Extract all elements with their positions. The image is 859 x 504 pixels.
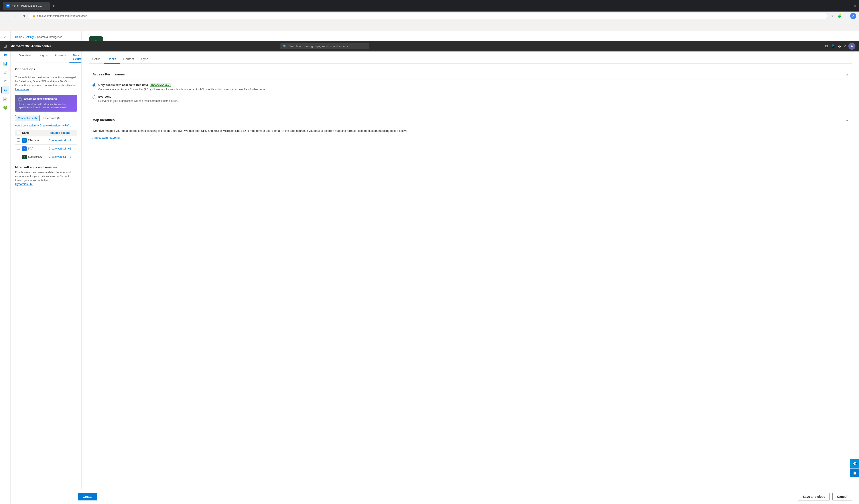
create-button[interactable]: Create	[78, 493, 97, 501]
refresh-action[interactable]: ↻ Refr...	[62, 124, 72, 127]
everyone-radio[interactable]	[92, 95, 96, 99]
tab-setup[interactable]: Setup	[89, 55, 104, 64]
sidebar-item-analytics[interactable]: 📊	[1, 59, 9, 67]
sidebar-item-more[interactable]: ···	[1, 113, 9, 121]
acl-label[interactable]: Only people with access to this data REC…	[98, 83, 266, 87]
add-icon: +	[15, 124, 17, 127]
tab-close-button[interactable]: ✕	[44, 5, 46, 7]
tab-extensions-count[interactable]: Extensions (0)	[41, 115, 63, 121]
dynamics-link[interactable]: Dynamics 365	[15, 182, 33, 186]
floating-action-1[interactable]: 💬	[850, 459, 859, 468]
create-ext-icon: +	[37, 124, 39, 127]
sap-checkbox[interactable]	[17, 147, 20, 150]
reload-button[interactable]: ↻	[20, 13, 27, 19]
learn-more-link[interactable]: Learn more	[15, 88, 29, 91]
tab-answers[interactable]: Answers	[51, 52, 70, 63]
connections-title: Connections	[15, 67, 35, 71]
right-panel: ServiceNow Knowledge Setup Users Content…	[82, 31, 859, 504]
tab-datasources[interactable]: Data sources	[70, 52, 82, 63]
add-custom-mapping-link[interactable]: Add custom mapping	[92, 136, 120, 139]
tab-users[interactable]: Users	[104, 55, 120, 64]
sidebar-item-reports[interactable]: 📈	[1, 95, 9, 103]
map-identities-header[interactable]: Map Identities ∧	[89, 115, 852, 125]
tab-title: Home - Microsoft 365 admin center	[12, 4, 43, 7]
tab-insights[interactable]: Insights	[34, 52, 51, 63]
servicenow-action[interactable]: Create vertical | +2	[49, 155, 75, 158]
access-permissions-block: Access Permissions ∧ Only people with ac…	[89, 69, 852, 110]
sap-name-col: ☁ SAP	[22, 147, 49, 151]
bookmark-button[interactable]: ☆	[830, 13, 835, 19]
maximize-button[interactable]: □	[850, 4, 852, 7]
tab-content[interactable]: Content	[120, 55, 138, 64]
fileshare-checkbox[interactable]	[17, 138, 20, 141]
table-row: ◎ ServiceNow Create vertical | +2	[15, 153, 77, 161]
tab-overview[interactable]: Overview	[15, 52, 34, 63]
map-identities-chevron: ∧	[846, 118, 848, 122]
breadcrumb-home[interactable]: Home	[15, 35, 22, 39]
acl-description: Only users in your Access Control List (…	[98, 87, 266, 91]
extensions-button[interactable]: 🧩	[836, 13, 843, 19]
map-identities-desc: We have mapped your data source identiti…	[92, 129, 848, 133]
floating-action-2[interactable]: 📋	[850, 469, 859, 477]
servicenow-checkbox[interactable]	[17, 155, 20, 158]
help-icon[interactable]: ?	[844, 44, 846, 48]
breadcrumb: Home › Settings › Search & intelligence	[15, 35, 77, 39]
connections-table: Name Required actions 🌐 Fileshare Create…	[15, 130, 77, 161]
ms-apps-title: Microsoft apps and services	[15, 166, 77, 169]
acl-radio[interactable]	[92, 83, 96, 87]
create-copilot-banner[interactable]: ✦ Create Copilot extensions Elevate work…	[15, 95, 77, 111]
close-window-button[interactable]: ✕	[854, 4, 856, 7]
tab-connections-count[interactable]: Connections (3)	[15, 115, 40, 121]
tab-sync[interactable]: Sync	[138, 55, 152, 64]
fileshare-action[interactable]: Create vertical | +2	[49, 139, 75, 142]
access-permissions-header[interactable]: Access Permissions ∧	[89, 69, 852, 79]
user-avatar[interactable]: A	[848, 43, 856, 50]
right-panel-tabs: Setup Users Content Sync	[89, 55, 852, 64]
ms-apps-section: Microsoft apps and services Enable searc…	[15, 166, 77, 186]
sidebar-item-groups[interactable]: 👥	[1, 50, 9, 59]
waffle-icon[interactable]: ⊞	[3, 44, 7, 49]
app-topbar: ⊞ Microsoft 365 Admin center 🔍 🖥 📱 ⚙ ? A	[0, 41, 859, 51]
ms-apps-desc: Enable search and search-related feature…	[15, 170, 77, 182]
connections-section: Connections You can build and customize …	[15, 67, 77, 161]
mobile-icon[interactable]: 📱	[831, 44, 835, 48]
address-bar[interactable]: 🔒 https://admin.microsoft.com/#/datasour…	[29, 13, 828, 19]
tabs-container: M Home - Microsoft 365 admin center ✕ +	[3, 2, 844, 10]
global-search-bar[interactable]: 🔍	[281, 43, 369, 49]
sidebar-item-settings[interactable]: ⚙	[1, 86, 9, 94]
floating-icon-2: 📋	[853, 471, 857, 475]
global-search-input[interactable]	[288, 45, 366, 48]
sidebar-item-billing[interactable]: 🧾	[1, 68, 9, 76]
breadcrumb-sep1: ›	[23, 35, 24, 39]
monitor-icon[interactable]: 🖥	[825, 44, 828, 48]
copilot-banner-desc: Elevate workflows with additional knowle…	[18, 103, 74, 109]
fileshare-name-col: 🌐 Fileshare	[22, 138, 49, 143]
add-connection-action[interactable]: + Add connection	[15, 124, 36, 127]
connection-actions: + Add connection + Create extension ↻ Re…	[15, 124, 77, 127]
back-button[interactable]: ←	[3, 13, 10, 19]
browser-profile[interactable]: A	[850, 13, 856, 19]
settings-icon[interactable]: ⚙	[838, 44, 841, 48]
more-button[interactable]: ⋮	[843, 13, 849, 19]
select-all-checkbox[interactable]	[17, 131, 20, 134]
fileshare-icon: 🌐	[22, 138, 27, 143]
content-area: ⌂ 👤 👥 📊 🧾 🛡 ⚙ 📈 💚 ··· Home › Settings › …	[0, 31, 859, 504]
breadcrumb-settings[interactable]: Settings	[25, 35, 34, 39]
forward-button[interactable]: →	[12, 13, 19, 19]
acl-option: Only people with access to this data REC…	[92, 83, 848, 91]
create-extension-action[interactable]: + Create extension	[37, 124, 60, 127]
sidebar-item-health[interactable]: 💚	[1, 104, 9, 112]
sap-action[interactable]: Create vertical | +2	[49, 147, 75, 150]
save-close-button[interactable]: Save and close	[798, 493, 830, 501]
browser-nav-bar: ← → ↻ 🔒 https://admin.microsoft.com/#/da…	[0, 12, 859, 20]
new-tab-button[interactable]: +	[50, 3, 57, 9]
everyone-label[interactable]: Everyone	[98, 95, 178, 98]
floating-actions: 💬 📋	[850, 459, 859, 477]
sidebar-item-security[interactable]: 🛡	[1, 77, 9, 85]
sidebar-item-home[interactable]: ⌂	[1, 33, 9, 41]
copilot-banner-title: Create Copilot extensions	[24, 97, 57, 101]
fileshare-name: Fileshare	[28, 139, 39, 142]
cancel-button[interactable]: Cancel	[832, 493, 852, 501]
minimize-button[interactable]: ─	[846, 4, 848, 7]
browser-tab-bar: M Home - Microsoft 365 admin center ✕ + …	[0, 0, 859, 12]
